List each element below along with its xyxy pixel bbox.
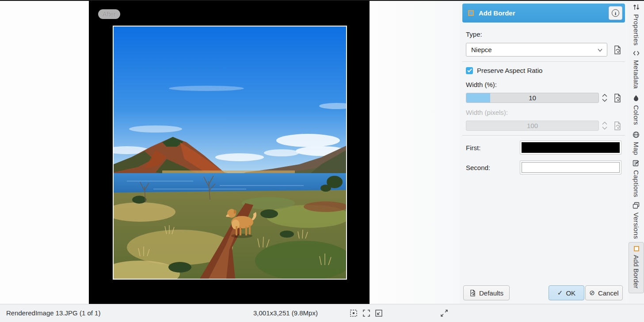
editor-area: After: [0, 0, 460, 304]
check-icon: ✓: [557, 289, 563, 297]
tool-info-button[interactable]: i: [609, 6, 622, 20]
preview-photo: [113, 26, 347, 280]
versions-icon: [633, 202, 640, 209]
width-percent-slider[interactable]: 10: [466, 93, 599, 103]
tab-map[interactable]: Map: [628, 131, 644, 155]
landscape-photo: [114, 27, 346, 279]
defaults-label: Defaults: [479, 289, 503, 297]
tool-title: Add Border: [479, 9, 515, 17]
after-badge: After: [98, 9, 120, 19]
preview-canvas[interactable]: After: [89, 0, 370, 304]
status-bar: RenderedImage 13.JPG (1 of 1) 3,001x3,25…: [0, 304, 644, 322]
width-pixels-value: 100: [466, 121, 598, 130]
tab-properties[interactable]: Properties: [628, 4, 644, 45]
first-color-swatch: [522, 142, 620, 153]
spin-down-icon[interactable]: [602, 98, 607, 102]
border-type-select[interactable]: Niepce: [466, 43, 607, 57]
spin-up-icon: [602, 121, 607, 125]
width-pixels-slider: 100: [466, 121, 599, 131]
tab-metadata[interactable]: Metadata: [628, 50, 644, 89]
separator: [462, 61, 625, 62]
side-tab-strip: Properties Metadata Colors Map: [628, 0, 644, 322]
add-border-icon: [468, 10, 474, 16]
add-border-tool-panel: Add Border i Type: Niepce Preserve As: [460, 0, 628, 304]
first-color-button[interactable]: [520, 140, 621, 155]
tool-header: Add Border i: [462, 4, 625, 23]
second-color-label: Second:: [466, 164, 490, 171]
properties-icon: [633, 4, 640, 11]
checkbox-checked[interactable]: [466, 67, 473, 74]
preserve-aspect-label: Preserve Aspect Ratio: [477, 67, 542, 74]
image-editor-window: After: [0, 0, 644, 322]
width-percent-label: Width (%):: [466, 81, 497, 88]
second-color-button[interactable]: [520, 160, 621, 174]
width-pixels-spinner: [601, 121, 608, 131]
metadata-icon: [633, 50, 640, 57]
width-pixels-label: Width (pixels):: [466, 109, 508, 116]
tab-captions[interactable]: Captions: [628, 159, 644, 197]
cancel-label: Cancel: [598, 289, 619, 297]
reset-type-icon[interactable]: [613, 45, 622, 55]
ok-label: OK: [566, 289, 575, 297]
reset-defaults-icon: [469, 289, 476, 297]
fit-selection-icon[interactable]: [350, 309, 358, 317]
spin-down-icon: [602, 126, 607, 130]
border-type-value: Niepce: [471, 46, 492, 53]
second-color-swatch: [522, 162, 620, 173]
width-percent-value: 10: [466, 93, 598, 102]
tab-versions[interactable]: Versions: [628, 202, 644, 239]
checkmark-icon: [467, 68, 472, 72]
first-color-label: First:: [466, 144, 480, 152]
preserve-aspect-checkbox-row[interactable]: Preserve Aspect Ratio: [466, 67, 542, 74]
width-percent-spinner[interactable]: [601, 93, 608, 103]
filename-status: RenderedImage 13.JPG (1 of 1): [6, 304, 100, 322]
tab-colors[interactable]: Colors: [628, 95, 644, 125]
ok-button[interactable]: ✓ OK: [549, 285, 584, 300]
zoom-fit-icon[interactable]: [375, 309, 383, 317]
defaults-button[interactable]: Defaults: [463, 285, 510, 300]
captions-icon: [633, 159, 640, 167]
cancel-icon: ⊘: [589, 289, 595, 297]
separator: [462, 135, 625, 136]
fit-window-icon[interactable]: [362, 309, 370, 317]
chevron-down-icon: [597, 47, 603, 53]
reset-width-percent-icon[interactable]: [613, 93, 622, 103]
map-icon: [633, 131, 640, 138]
image-dimensions: 3,001x3,251 (9.8Mpx): [253, 304, 318, 322]
cancel-button[interactable]: ⊘ Cancel: [585, 285, 623, 300]
reset-width-pixels-icon: [613, 121, 622, 131]
info-icon: i: [612, 9, 619, 17]
add-border-icon: [634, 246, 639, 251]
spin-up-icon[interactable]: [602, 94, 607, 97]
tab-add-border-selected[interactable]: Add Border: [629, 242, 644, 293]
zoom-full-icon[interactable]: [440, 309, 448, 317]
type-label: Type:: [466, 30, 482, 38]
colors-icon: [633, 95, 639, 102]
